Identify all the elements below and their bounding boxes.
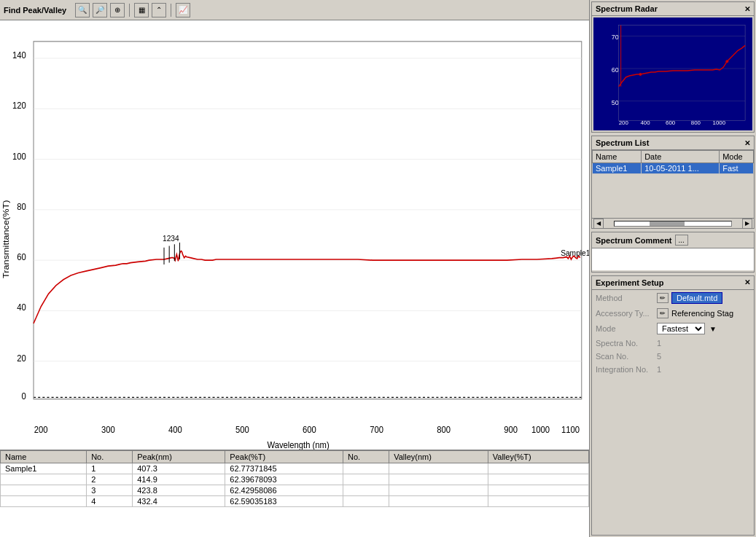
svg-text:600: 600 — [303, 424, 316, 435]
cell-valley-nm — [389, 474, 488, 485]
table-row[interactable]: 4 432.4 62.59035183 — [1, 496, 589, 507]
col-valley-no: No. — [343, 451, 389, 463]
svg-text:600: 600 — [666, 119, 676, 126]
experiment-title: Experiment Setup ✕ — [592, 276, 754, 290]
svg-text:900: 900 — [504, 424, 518, 435]
spectrum-comment-section: Spectrum Comment ... — [591, 232, 755, 273]
spectrum-list-table: Name Date Mode Sample1 10-05-2011 1... F… — [592, 150, 754, 174]
svg-text:Transmittance(%T): Transmittance(%T) — [1, 200, 11, 278]
list-item[interactable]: Sample1 10-05-2011 1... Fast — [593, 163, 754, 174]
integration-label: Integration No. — [596, 365, 654, 374]
svg-text:60: 60 — [612, 66, 619, 74]
scan-label: Scan No. — [596, 352, 654, 361]
spectra-label: Spectra No. — [596, 339, 654, 348]
cell-peak-no: 2 — [87, 474, 133, 485]
peak-mode-button[interactable]: ⌃ — [152, 3, 166, 17]
cell-name — [1, 485, 87, 496]
cell-peak-no: 3 — [87, 485, 133, 496]
svg-text:1234: 1234 — [163, 233, 179, 243]
cell-peak-pct: 62.77371845 — [225, 463, 343, 474]
cell-peak-no: 4 — [87, 496, 133, 507]
spectrum-comment-header: Spectrum Comment ... — [592, 232, 754, 248]
list-item-name: Sample1 — [593, 163, 642, 174]
cell-valley-pct — [488, 474, 588, 485]
svg-text:400: 400 — [640, 119, 650, 126]
svg-text:Wavelength (nm): Wavelength (nm) — [268, 439, 330, 450]
cell-peak-nm: 414.9 — [133, 474, 225, 485]
svg-text:80: 80 — [17, 201, 26, 212]
cell-valley-no — [343, 463, 389, 474]
cell-valley-nm — [389, 496, 488, 507]
svg-text:200: 200 — [34, 424, 48, 435]
mode-dropdown-arrow: ▼ — [709, 325, 717, 333]
integration-value: 1 — [657, 365, 750, 374]
spectra-value: 1 — [657, 339, 750, 348]
col-valley-nm: Valley(nm) — [389, 451, 488, 463]
select-mode-button[interactable]: ▦ — [134, 3, 149, 17]
radar-chart: 70 60 50 200 400 600 800 1000 — [593, 17, 752, 130]
svg-text:1000: 1000 — [531, 424, 550, 435]
spectrum-list-title: Spectrum List ✕ — [592, 136, 754, 150]
data-table-container: Name No. Peak(nm) Peak(%T) No. Valley(nm… — [0, 450, 589, 537]
list-item-date: 10-05-2011 1... — [642, 163, 720, 174]
radar-svg: 70 60 50 200 400 600 800 1000 — [593, 17, 752, 130]
peak-valley-table: Name No. Peak(nm) Peak(%T) No. Valley(nm… — [0, 450, 589, 507]
spectrum-radar-section: Spectrum Radar ✕ 70 60 50 200 400 600 — [591, 1, 755, 133]
scroll-thumb[interactable] — [650, 222, 685, 226]
spectrum-chart: 140 120 100 80 60 40 20 0 Transmittance(… — [0, 20, 589, 450]
spectra-row: Spectra No. 1 — [592, 337, 754, 350]
svg-text:70: 70 — [612, 34, 619, 41]
col-peak-pct: Peak(%T) — [225, 451, 343, 463]
cell-valley-pct — [488, 496, 588, 507]
svg-text:50: 50 — [612, 99, 619, 106]
chart-area: 140 120 100 80 60 40 20 0 Transmittance(… — [0, 20, 589, 450]
svg-text:400: 400 — [168, 424, 182, 435]
svg-text:100: 100 — [12, 151, 26, 162]
zoom-fit-button[interactable]: ⊕ — [110, 3, 125, 17]
cell-name — [1, 474, 87, 485]
svg-text:60: 60 — [17, 252, 26, 263]
accessory-value: Referencing Stag — [671, 309, 750, 318]
scroll-track[interactable] — [614, 221, 732, 227]
cell-valley-no — [343, 496, 389, 507]
radar-close-button[interactable]: ✕ — [744, 5, 750, 13]
comment-edit-button[interactable]: ... — [675, 235, 688, 246]
svg-text:20: 20 — [17, 353, 26, 364]
col-name: Name — [1, 451, 87, 463]
method-edit-button[interactable]: ✏ — [657, 293, 669, 303]
col-peak-nm: Peak(nm) — [133, 451, 225, 463]
cell-valley-no — [343, 474, 389, 485]
col-valley-pct: Valley(%T) — [488, 451, 588, 463]
method-label: Method — [596, 294, 654, 302]
zoom-in-button[interactable]: 🔍 — [75, 3, 90, 17]
svg-text:800: 800 — [437, 424, 451, 435]
svg-text:40: 40 — [17, 302, 26, 313]
integration-row: Integration No. 1 — [592, 363, 754, 376]
method-value-button[interactable]: Default.mtd — [671, 292, 722, 304]
svg-text:1000: 1000 — [713, 119, 726, 126]
accessory-edit-button[interactable]: ✏ — [657, 308, 669, 318]
svg-point-50 — [725, 60, 728, 63]
cell-name — [1, 496, 87, 507]
spectrum-comment-title: Spectrum Comment — [596, 236, 672, 245]
svg-text:300: 300 — [101, 424, 115, 435]
graph-button[interactable]: 📈 — [176, 3, 190, 17]
mode-select[interactable]: Fastest Fast Medium Slow — [657, 323, 705, 334]
table-row[interactable]: 2 414.9 62.39678093 — [1, 474, 589, 485]
zoom-out-button[interactable]: 🔎 — [93, 3, 107, 17]
experiment-close-button[interactable]: ✕ — [744, 278, 750, 287]
table-row[interactable]: Sample1 1 407.3 62.77371845 — [1, 463, 589, 474]
list-col-name: Name — [593, 151, 642, 163]
comment-textarea[interactable] — [592, 248, 754, 270]
svg-text:800: 800 — [691, 119, 701, 126]
list-scrollbar[interactable]: ◀ ▶ — [592, 218, 754, 228]
toolbar: Find Peak/Valley 🔍 🔎 ⊕ ▦ ⌃ 📈 — [0, 0, 589, 20]
spectrum-list-close-button[interactable]: ✕ — [744, 139, 750, 147]
col-peak-no: No. — [87, 451, 133, 463]
spectrum-list-section: Spectrum List ✕ Name Date Mode Sample1 1… — [591, 136, 755, 229]
scroll-right-arrow[interactable]: ▶ — [742, 219, 752, 229]
svg-text:120: 120 — [12, 101, 26, 111]
scroll-left-arrow[interactable]: ◀ — [593, 219, 604, 229]
table-row[interactable]: 3 423.8 62.42958086 — [1, 485, 589, 496]
scan-value: 5 — [657, 352, 750, 361]
